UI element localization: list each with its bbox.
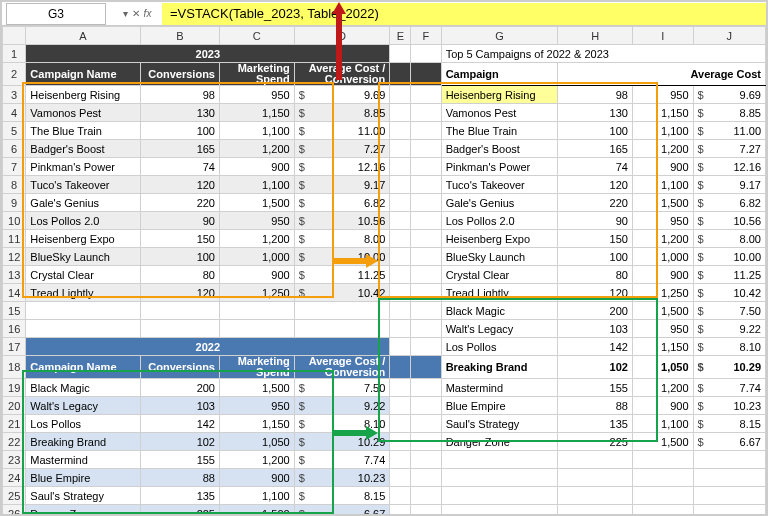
row-10[interactable]: 10Los Pollos 2.09095010.56Los Pollos 2.0… [3, 212, 766, 230]
cancel-icon[interactable]: ✕ [132, 8, 140, 19]
row-3[interactable]: 3Heisenberg Rising989509.69Heisenberg Ri… [3, 86, 766, 104]
row-23[interactable]: 23Mastermind1551,2007.74 [3, 451, 766, 469]
dropdown-icon[interactable]: ▾ [123, 8, 128, 19]
row-7[interactable]: 7Pinkman's Power7490012.16Pinkman's Powe… [3, 158, 766, 176]
row-22[interactable]: 22Breaking Brand1021,05010.29Danger Zone… [3, 433, 766, 451]
formula-controls: ▾ ✕ fx [112, 8, 162, 19]
col-J: J [693, 27, 765, 45]
col-C: C [219, 27, 294, 45]
row-19[interactable]: 19Black Magic2001,5007.50Mastermind1551,… [3, 379, 766, 397]
row-8[interactable]: 8Tuco's Takeover1201,1009.17Tuco's Takeo… [3, 176, 766, 194]
spreadsheet-window: G3 ▾ ✕ fx =VSTACK(Table_2023, Table_2022… [0, 0, 768, 516]
row-11[interactable]: 11Heisenberg Expo1501,2008.00Heisenberg … [3, 230, 766, 248]
row-5[interactable]: 5The Blue Train1001,10011.00The Blue Tra… [3, 122, 766, 140]
row-12[interactable]: 12BlueSky Launch1001,00010.00BlueSky Lau… [3, 248, 766, 266]
col-F: F [411, 27, 441, 45]
name-box[interactable]: G3 [6, 3, 106, 25]
col-A: A [26, 27, 140, 45]
row-15[interactable]: 15Black Magic2001,5007.50 [3, 302, 766, 320]
row-24[interactable]: 24Blue Empire8890010.23 [3, 469, 766, 487]
col-H: H [558, 27, 633, 45]
row-20[interactable]: 20Walt's Legacy1039509.22Blue Empire8890… [3, 397, 766, 415]
row-21[interactable]: 21Los Pollos1421,1508.10Saul's Strategy1… [3, 415, 766, 433]
col-G: G [441, 27, 558, 45]
row-2[interactable]: 2Campaign NameConversionsMarketingSpendA… [3, 63, 766, 86]
row-16[interactable]: 16Walt's Legacy1039509.22 [3, 320, 766, 338]
row-9[interactable]: 9Gale's Genius2201,5006.82Gale's Genius2… [3, 194, 766, 212]
col-D: D [294, 27, 390, 45]
row-17[interactable]: 172022Los Pollos1421,1508.10 [3, 338, 766, 356]
row-14[interactable]: 14Tread Lightly1201,25010.42Tread Lightl… [3, 284, 766, 302]
col-B: B [140, 27, 219, 45]
col-header-row[interactable]: A B C D E F G H I J [3, 27, 766, 45]
row-18[interactable]: 18Campaign NameConversionsMarketingSpend… [3, 356, 766, 379]
row-25[interactable]: 25Saul's Strategy1351,1008.15 [3, 487, 766, 505]
row-6[interactable]: 6Badger's Boost1651,2007.27Badger's Boos… [3, 140, 766, 158]
col-I: I [632, 27, 693, 45]
formula-bar-row: G3 ▾ ✕ fx =VSTACK(Table_2023, Table_2022… [2, 2, 766, 26]
row-13[interactable]: 13Crystal Clear8090011.25Crystal Clear80… [3, 266, 766, 284]
formula-bar[interactable]: =VSTACK(Table_2023, Table_2022) [162, 3, 766, 25]
col-E: E [390, 27, 411, 45]
grid[interactable]: A B C D E F G H I J 12023Top 5 Campaigns… [2, 26, 766, 516]
row-26[interactable]: 26Danger Zone2251,5006.67 [3, 505, 766, 517]
row-4[interactable]: 4Vamonos Pest1301,1508.85Vamonos Pest130… [3, 104, 766, 122]
fx-icon[interactable]: fx [144, 8, 152, 19]
cells[interactable]: A B C D E F G H I J 12023Top 5 Campaigns… [2, 26, 766, 516]
row-1[interactable]: 12023Top 5 Campaigns of 2022 & 2023 [3, 45, 766, 63]
